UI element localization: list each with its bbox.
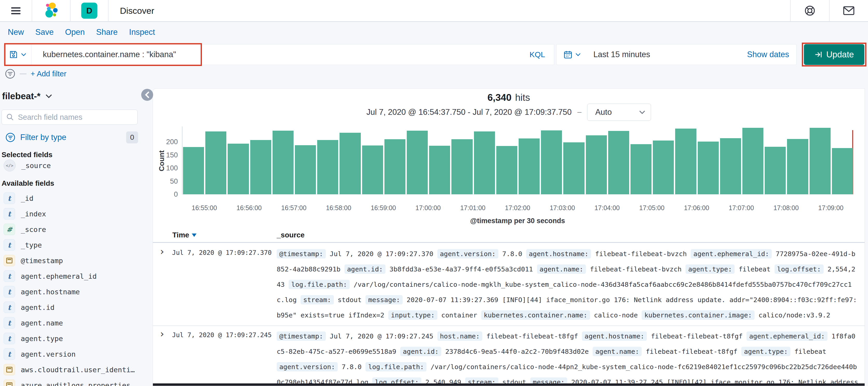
field-item-_id[interactable]: t_id: [4, 190, 141, 206]
string-field-icon: t: [4, 302, 15, 313]
histogram-bar[interactable]: [608, 131, 629, 194]
histogram-bar[interactable]: [183, 147, 204, 194]
field-item-source[interactable]: </> _source: [4, 159, 51, 172]
add-filter-button[interactable]: + Add filter: [31, 70, 66, 78]
histogram-bar[interactable]: [273, 131, 293, 194]
field-item-aws.cloudtrail.user_identity.s...[interactable]: aws.cloudtrail.user_identity.s...: [4, 362, 141, 378]
query-language-button[interactable]: KQL: [529, 50, 554, 59]
histogram-bar[interactable]: [675, 128, 696, 194]
histogram-bar[interactable]: [563, 142, 584, 194]
collapse-sidebar-button[interactable]: [141, 89, 153, 101]
field-search-box: [2, 110, 137, 125]
histogram-bar[interactable]: [384, 139, 405, 194]
source-field-badge: log.offset:: [775, 264, 824, 274]
update-button[interactable]: Update: [804, 44, 864, 65]
nav-new[interactable]: New: [8, 28, 24, 37]
field-name: agent.ephemeral_id: [21, 272, 97, 280]
string-field-icon: t: [4, 286, 15, 297]
save-icon: [9, 50, 18, 59]
source-field-badge: agent.ephemeral_id:: [746, 331, 828, 341]
histogram-bar[interactable]: [295, 145, 316, 194]
histogram-bar[interactable]: [429, 146, 450, 194]
row-timestamp: Jul 7, 2020 @ 17:09:27.370: [172, 249, 272, 257]
query-input[interactable]: kubernetes.container.name : "kibana" KQL: [31, 44, 554, 65]
time-range-value[interactable]: Last 15 minutes: [593, 50, 650, 59]
histogram-bar[interactable]: [205, 131, 226, 194]
histogram-bar[interactable]: [496, 146, 517, 194]
source-field-badge: kubernetes.container.name:: [481, 310, 590, 320]
histogram-bar[interactable]: [630, 144, 652, 194]
expand-row-icon[interactable]: ›: [160, 328, 164, 339]
x-tick-label: 16:59:00: [360, 204, 407, 212]
histogram-plot[interactable]: [182, 126, 853, 195]
histogram-bar[interactable]: [541, 130, 562, 194]
nav-save[interactable]: Save: [35, 28, 54, 37]
nav-inspect[interactable]: Inspect: [129, 28, 155, 37]
calendar-icon: [563, 50, 572, 59]
divider: [20, 73, 27, 74]
refresh-icon: [814, 50, 823, 59]
saved-query-menu-button[interactable]: [4, 44, 31, 65]
field-search-input[interactable]: [18, 113, 122, 122]
help-icon[interactable]: [790, 5, 829, 17]
space-badge[interactable]: D: [81, 3, 97, 19]
time-range-label: Jul 7, 2020 @ 16:54:37.750 - Jul 7, 2020…: [367, 108, 571, 117]
field-item-agent.type[interactable]: tagent.type: [4, 331, 141, 346]
field-item-agent.ephemeral_id[interactable]: tagent.ephemeral_id: [4, 268, 141, 284]
mail-icon[interactable]: [830, 5, 868, 17]
histogram-bar[interactable]: [698, 142, 719, 194]
field-item-agent.id[interactable]: tagent.id: [4, 299, 141, 315]
histogram-bar[interactable]: [228, 144, 249, 194]
histogram-bar[interactable]: [362, 145, 383, 194]
index-pattern-switcher[interactable]: filebeat-*: [2, 91, 53, 101]
field-item-@timestamp[interactable]: @timestamp: [4, 253, 141, 268]
nav-share[interactable]: Share: [96, 28, 118, 37]
histogram-bar[interactable]: [653, 141, 674, 194]
field-item-_type[interactable]: t_type: [4, 237, 141, 253]
histogram-bar[interactable]: [832, 148, 853, 194]
histogram-bar[interactable]: [407, 131, 428, 194]
field-name: _source: [21, 161, 51, 170]
histogram-bar[interactable]: [317, 140, 338, 194]
column-header-time[interactable]: Time: [173, 231, 196, 239]
row-source: @timestamp: Jul 7, 2020 @ 17:09:27.245 h…: [277, 329, 858, 386]
x-tick-label: 16:56:00: [226, 204, 273, 212]
source-field-badge: @timestamp:: [277, 249, 326, 259]
interval-select[interactable]: Auto: [587, 103, 651, 121]
histogram-bar[interactable]: [810, 128, 831, 194]
nav-open[interactable]: Open: [65, 28, 85, 37]
x-tick-label: 16:57:00: [271, 204, 317, 212]
field-item-agent.name[interactable]: tagent.name: [4, 315, 141, 331]
histogram-bar[interactable]: [452, 139, 472, 194]
x-tick-label: 16:55:00: [181, 204, 228, 212]
elastic-logo[interactable]: [32, 3, 70, 19]
x-tick-label: 17:09:00: [808, 204, 854, 212]
histogram-bar[interactable]: [519, 139, 540, 194]
show-dates-button[interactable]: Show dates: [747, 50, 796, 59]
field-item-_score[interactable]: #_score: [4, 221, 141, 237]
histogram-bar[interactable]: [765, 147, 786, 194]
date-field-icon: [4, 380, 15, 386]
query-text[interactable]: kubernetes.container.name : "kibana": [31, 50, 529, 59]
field-item-_index[interactable]: t_index: [4, 206, 141, 221]
histogram-bar[interactable]: [250, 140, 271, 194]
doc-table-header: Time _source: [153, 231, 865, 243]
histogram-bar[interactable]: [474, 131, 495, 194]
histogram-bar[interactable]: [720, 138, 741, 194]
string-field-icon: t: [4, 192, 15, 204]
field-item-agent.hostname[interactable]: tagent.hostname: [4, 284, 141, 299]
date-picker-calendar-button[interactable]: [557, 44, 588, 65]
column-header-source[interactable]: _source: [277, 231, 305, 239]
expand-row-icon[interactable]: ›: [160, 246, 164, 257]
filter-by-type[interactable]: Filter by type 0: [5, 131, 138, 143]
filter-icon[interactable]: [5, 68, 16, 79]
field-name: _type: [21, 241, 42, 249]
histogram-bar[interactable]: [586, 135, 607, 194]
menu-hamburger-icon[interactable]: [0, 6, 32, 16]
histogram-bar[interactable]: [340, 133, 361, 194]
histogram-bar[interactable]: [787, 139, 808, 194]
field-item-agent.version[interactable]: tagent.version: [4, 346, 141, 362]
field-name: agent.version: [21, 350, 75, 358]
histogram-bar[interactable]: [742, 128, 764, 194]
field-item-azure.auditlogs.properties.ac...[interactable]: azure.auditlogs.properties.ac...: [4, 378, 141, 386]
